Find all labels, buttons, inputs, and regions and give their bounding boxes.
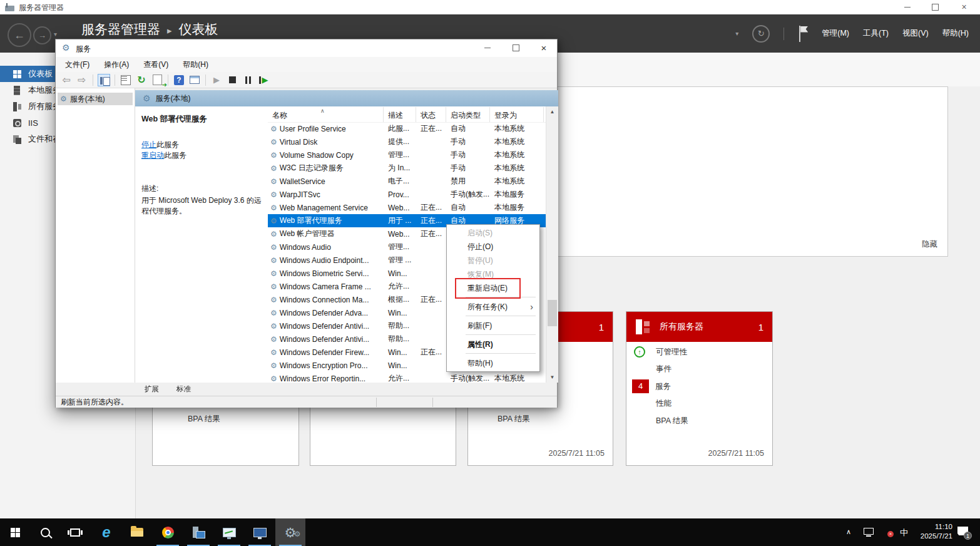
server-manager-taskbar-button[interactable] [183, 518, 213, 546]
context-menu-item[interactable]: 暂停(U) [447, 254, 539, 267]
restart-service-icon[interactable] [257, 74, 270, 86]
show-action-pane-icon[interactable] [190, 76, 200, 84]
ie-icon: e [102, 525, 110, 540]
service-name: Windows Connection Ma... [280, 296, 369, 304]
maximize-button[interactable] [921, 0, 949, 14]
help-icon[interactable]: ? [174, 75, 184, 85]
service-row[interactable]: ⚙W3C 日志记录服务 为 In... 手动 本地系统 [268, 162, 546, 175]
refresh-dropdown-caret-icon[interactable]: ▾ [735, 30, 738, 37]
hide-welcome-link[interactable]: 隐藏 [922, 239, 937, 250]
context-menu-item[interactable]: 属性(R) [447, 337, 539, 351]
taskbar-clock[interactable]: 11:10 2025/7/21 [910, 522, 952, 541]
services-minimize-button[interactable] [477, 39, 498, 56]
service-row[interactable]: ⚙User Profile Service 此服... 正在... 自动 本地系… [268, 122, 546, 135]
column-header-logon-as[interactable]: 登录为 [490, 107, 544, 122]
column-header-name[interactable]: 名称∧ [268, 107, 384, 122]
export-list-icon[interactable] [153, 75, 162, 85]
restart-service-link[interactable]: 重启动 [141, 151, 164, 160]
context-menu-item[interactable] [466, 316, 536, 316]
tile3-bpa-results-link[interactable]: BPA 结果 [498, 414, 530, 425]
tile-row-link[interactable]: BPA 结果 [626, 413, 772, 428]
forward-icon[interactable]: ⇨ [76, 74, 88, 86]
service-name: Web 部署代理服务 [280, 215, 342, 226]
minimize-button[interactable] [893, 0, 921, 14]
services-maximize-button[interactable] [505, 39, 526, 56]
service-row[interactable]: ⚙Web Management Service Web... 正在... 自动 … [268, 201, 546, 214]
scroll-down-icon[interactable]: ▼ [546, 372, 558, 383]
context-menu-item[interactable]: 启动(S) [447, 226, 539, 240]
notifications-flag-icon[interactable] [798, 26, 808, 42]
forward-button[interactable]: → [33, 26, 51, 44]
nav-dropdown-caret-icon[interactable]: ▾ [54, 31, 57, 38]
tile-row-link[interactable]: 可管理性 [626, 344, 772, 359]
start-button[interactable] [0, 518, 30, 546]
task-view-button[interactable] [60, 518, 90, 546]
context-menu-item[interactable]: 刷新(F) [447, 319, 539, 332]
service-description: 帮助... [384, 321, 416, 331]
all-servers-tile-header[interactable]: 所有服务器 [626, 312, 772, 342]
column-header-startup-type[interactable]: 启动类型 [446, 107, 490, 122]
menu-help[interactable]: 帮助(H) [183, 59, 208, 70]
network-icon[interactable] [864, 528, 874, 535]
column-header-status[interactable]: 状态 [416, 107, 446, 122]
refresh-icon[interactable]: ↻ [135, 74, 148, 86]
breadcrumb-root[interactable]: 服务器管理器 [81, 22, 160, 36]
ie-taskbar-button[interactable]: e [91, 518, 121, 546]
remote-desktop-taskbar-button[interactable] [245, 518, 275, 546]
service-detail-pane: Web 部署代理服务 停止此服务 重启动此服务 描述: 用于 Microsoft… [135, 106, 268, 383]
volume-muted-icon[interactable]: × [881, 527, 891, 535]
service-row[interactable]: ⚙Virtual Disk 提供... 手动 本地系统 [268, 135, 546, 148]
service-row[interactable]: ⚙WalletService 电子... 禁用 本地系统 [268, 175, 546, 188]
tile-row-link[interactable]: 事件 [626, 362, 772, 377]
menu-view[interactable]: 查看(V) [143, 59, 168, 70]
stop-service-icon[interactable] [226, 74, 238, 86]
back-button[interactable]: ← [8, 23, 31, 47]
context-menu-item[interactable] [466, 334, 536, 335]
tab-standard[interactable]: 标准 [169, 383, 198, 395]
menu-view[interactable]: 视图(V) [902, 28, 929, 39]
context-menu-item[interactable] [466, 353, 536, 354]
search-button[interactable] [30, 518, 60, 546]
services-taskbar-button[interactable]: ⚙ [275, 518, 305, 546]
context-menu-item[interactable]: 所有任务(K) › [447, 300, 539, 314]
chrome-taskbar-button[interactable] [153, 518, 183, 546]
service-row[interactable]: ⚙Volume Shadow Copy 管理... 手动 本地系统 [268, 148, 546, 162]
menu-action[interactable]: 操作(A) [104, 59, 129, 70]
console-tree-pane: ⚙ 服务(本地) [56, 88, 135, 383]
tile1-bpa-results-link[interactable]: BPA 结果 [188, 414, 220, 425]
menu-file[interactable]: 文件(F) [65, 59, 89, 70]
tray-chevron-icon[interactable]: ∧ [846, 528, 851, 536]
breadcrumb-current[interactable]: 仪表板 [179, 22, 218, 36]
properties-icon[interactable] [121, 75, 131, 85]
tile-row-link[interactable]: 性能 [626, 396, 772, 411]
context-menu-item[interactable]: 帮助(H) [447, 356, 539, 370]
vertical-scrollbar[interactable]: ▲ ▼ [546, 106, 558, 383]
context-menu-item[interactable]: 停止(O) [447, 240, 539, 254]
service-logon-as: 本地系统 [490, 176, 544, 187]
file-explorer-icon [131, 528, 143, 537]
start-service-icon[interactable]: ▶ [210, 74, 223, 86]
tile-row-link[interactable]: 4 服务 [626, 379, 772, 394]
stop-service-link[interactable]: 停止 [141, 140, 156, 149]
tab-extended[interactable]: 扩展 [137, 383, 166, 395]
file-explorer-button[interactable] [122, 518, 152, 546]
scrollbar-thumb[interactable] [548, 300, 557, 326]
tree-item-services-local[interactable]: ⚙ 服务(本地) [58, 93, 133, 105]
refresh-icon[interactable]: ↻ [752, 25, 770, 43]
services-titlebar[interactable]: ⚙ 服务 × [56, 39, 557, 57]
back-icon[interactable]: ⇦ [60, 74, 73, 86]
service-gear-icon: ⚙ [270, 138, 277, 147]
scroll-up-icon[interactable]: ▲ [546, 106, 558, 117]
services-close-button[interactable]: × [533, 39, 554, 56]
menu-manage[interactable]: 管理(M) [822, 28, 849, 39]
ime-indicator[interactable]: 中 [900, 527, 908, 538]
close-button[interactable]: × [950, 0, 978, 14]
menu-tools[interactable]: 工具(T) [863, 28, 889, 39]
service-row[interactable]: ⚙WarpJITSvc Prov... 手动(触发... 本地服务 [268, 188, 546, 201]
service-row[interactable]: ⚙Windows Error Reportin... 允许... 手动(触发..… [268, 372, 546, 383]
menu-help[interactable]: 帮助(H) [942, 28, 969, 39]
column-header-description[interactable]: 描述 [384, 107, 416, 122]
pause-service-icon[interactable] [242, 74, 254, 86]
performance-monitor-taskbar-button[interactable] [214, 518, 244, 546]
show-console-tree-icon[interactable] [98, 74, 110, 86]
